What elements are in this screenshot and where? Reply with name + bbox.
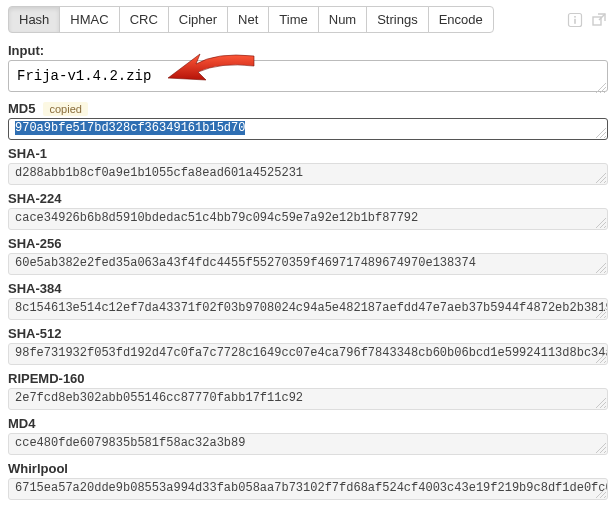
hash-output[interactable]: cce480fde6079835b581f58ac32a3b89 (8, 433, 608, 455)
hash-output[interactable]: 8c154613e514c12ef7da43371f02f03b9708024c… (8, 298, 608, 320)
hash-output[interactable]: 60e5ab382e2fed35a063a43f4fdc4455f5527035… (8, 253, 608, 275)
input-label: Input: (8, 43, 44, 58)
hash-label: MD5 (8, 101, 35, 116)
hash-label: SHA-384 (8, 281, 61, 296)
hash-output[interactable]: 2e7fcd8eb302abb055146cc87770fabb17f11c92 (8, 388, 608, 410)
hash-label: MD4 (8, 416, 35, 431)
tab-encode[interactable]: Encode (428, 6, 494, 33)
hash-label: SHA-512 (8, 326, 61, 341)
svg-rect-2 (574, 18, 576, 23)
hash-label: Whirlpool (8, 461, 68, 476)
copied-badge: copied (43, 102, 87, 116)
tab-cipher[interactable]: Cipher (168, 6, 228, 33)
hash-output-row: 98fe731932f053fd192d47c0fa7c7728c1649cc0… (8, 343, 608, 365)
popout-icon[interactable] (590, 11, 608, 29)
tab-hash[interactable]: Hash (8, 6, 60, 33)
hash-output-row: 2e7fcd8eb302abb055146cc87770fabb17f11c92 (8, 388, 608, 410)
svg-rect-3 (593, 17, 601, 25)
hash-output-row: 60e5ab382e2fed35a063a43f4fdc4455f5527035… (8, 253, 608, 275)
hash-output-row: d288abb1b8cf0a9e1b1055cfa8ead601a4525231 (8, 163, 608, 185)
tab-crc[interactable]: CRC (119, 6, 169, 33)
hash-output-row: cace34926b6b8d5910bdedac51c4bb79c094c59e… (8, 208, 608, 230)
input-field[interactable] (8, 60, 608, 92)
tab-strings[interactable]: Strings (366, 6, 428, 33)
tab-hmac[interactable]: HMAC (59, 6, 119, 33)
hash-output[interactable]: 6715ea57a20dde9b08553a994d33fab058aa7b73… (8, 478, 608, 500)
tab-net[interactable]: Net (227, 6, 269, 33)
hash-output[interactable]: 98fe731932f053fd192d47c0fa7c7728c1649cc0… (8, 343, 608, 365)
info-icon[interactable] (566, 11, 584, 29)
hash-output[interactable]: cace34926b6b8d5910bdedac51c4bb79c094c59e… (8, 208, 608, 230)
content: Input: MD5copied970a9bfe517bd328cf363491… (0, 43, 616, 508)
tab-num[interactable]: Num (318, 6, 367, 33)
hash-output-row: 6715ea57a20dde9b08553a994d33fab058aa7b73… (8, 478, 608, 500)
hash-label: SHA-224 (8, 191, 61, 206)
hash-output[interactable]: d288abb1b8cf0a9e1b1055cfa8ead601a4525231 (8, 163, 608, 185)
hash-label: SHA-256 (8, 236, 61, 251)
hash-label: SHA-1 (8, 146, 47, 161)
input-wrap (8, 60, 608, 95)
tab-group: HashHMACCRCCipherNetTimeNumStringsEncode (8, 6, 494, 33)
hash-output[interactable]: 970a9bfe517bd328cf36349161b15d70 (8, 118, 608, 140)
hash-output-row: 8c154613e514c12ef7da43371f02f03b9708024c… (8, 298, 608, 320)
tab-time[interactable]: Time (268, 6, 318, 33)
svg-rect-1 (574, 16, 576, 18)
toolbar: HashHMACCRCCipherNetTimeNumStringsEncode (0, 0, 616, 37)
hash-output-row: 970a9bfe517bd328cf36349161b15d70 (8, 118, 608, 140)
hash-label: RIPEMD-160 (8, 371, 85, 386)
hash-output-row: cce480fde6079835b581f58ac32a3b89 (8, 433, 608, 455)
